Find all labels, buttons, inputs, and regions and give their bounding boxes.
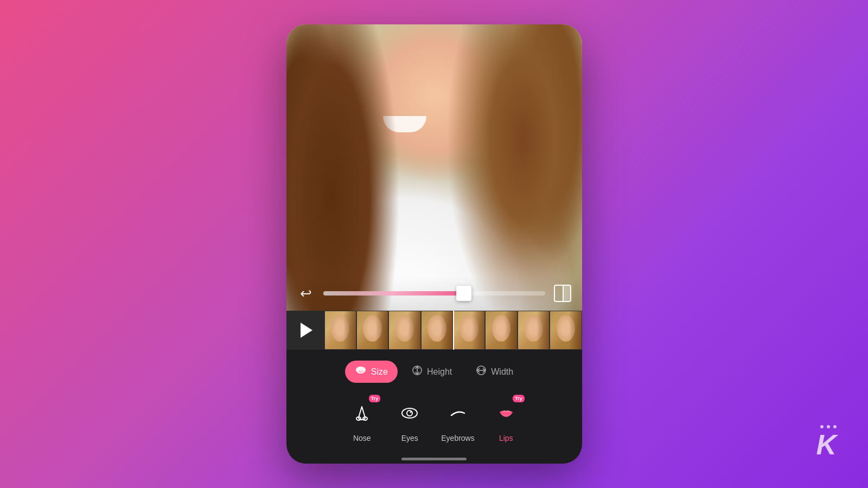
tab-size[interactable]: Size [345, 361, 398, 383]
lips-label: Lips [499, 434, 513, 442]
feature-nose[interactable]: Try Nose [346, 397, 378, 442]
feature-tabs: Size Height Width [286, 350, 582, 391]
undo-button[interactable]: ↩ [295, 282, 317, 304]
nose-label: Nose [353, 434, 371, 442]
film-frame [421, 311, 453, 350]
timeline-marker [453, 311, 454, 350]
film-frame [356, 311, 388, 350]
nose-try-badge: Try [369, 395, 381, 402]
nose-icon [351, 402, 373, 424]
slider-thumb[interactable] [456, 286, 471, 301]
filmstrip [286, 311, 582, 350]
film-frame [518, 311, 550, 350]
eyes-icon-wrap [393, 397, 426, 429]
dot [833, 425, 837, 428]
progress-slider[interactable] [323, 291, 545, 296]
tab-height[interactable]: Height [402, 359, 462, 384]
dot [827, 425, 830, 428]
tab-height-label: Height [427, 367, 452, 377]
phone-container: ↩ [286, 24, 582, 464]
features-row: Try Nose Eyes [286, 391, 582, 453]
smile-area [383, 116, 426, 132]
lips-try-badge: Try [513, 395, 525, 402]
svg-point-5 [407, 410, 412, 416]
eyes-label: Eyes [401, 434, 418, 442]
feature-eyebrows[interactable]: Eyebrows [441, 397, 474, 442]
eyebrows-icon-wrap [442, 397, 474, 429]
feature-eyes[interactable]: Eyes [393, 397, 426, 442]
film-frame [550, 311, 582, 350]
lips-icon-wrap: Try [490, 397, 522, 429]
compare-icon [554, 285, 571, 302]
play-button[interactable] [286, 311, 324, 350]
svg-point-4 [402, 408, 417, 418]
tab-width-label: Width [491, 367, 513, 377]
film-frame [388, 311, 420, 350]
video-controls: ↩ [286, 276, 582, 311]
svg-point-6 [410, 412, 412, 413]
watermark-dots [820, 425, 837, 428]
watermark: K [816, 425, 837, 459]
undo-icon: ↩ [300, 285, 312, 302]
eyebrows-icon [447, 402, 469, 424]
nose-icon-wrap: Try [346, 397, 378, 429]
height-tab-icon [412, 365, 423, 378]
tab-width[interactable]: Width [466, 359, 523, 384]
slider-filled [323, 291, 461, 296]
film-frame [453, 311, 485, 350]
width-tab-icon [476, 365, 487, 378]
home-bar [401, 458, 467, 460]
eyes-icon [399, 402, 420, 424]
lips-tab-icon [355, 366, 367, 377]
compare-button[interactable] [552, 282, 573, 304]
eyebrows-label: Eyebrows [441, 434, 474, 442]
film-frames [324, 311, 582, 350]
film-frame [485, 311, 517, 350]
lips-icon [495, 402, 517, 424]
play-icon [301, 323, 312, 338]
feature-lips[interactable]: Try Lips [490, 397, 522, 442]
watermark-letter: K [816, 431, 837, 459]
film-frame [324, 311, 356, 350]
video-area: ↩ [286, 24, 582, 311]
tab-size-label: Size [371, 367, 388, 377]
home-indicator [286, 453, 582, 464]
dot [820, 425, 824, 428]
bottom-panel: Size Height Width [286, 350, 582, 464]
